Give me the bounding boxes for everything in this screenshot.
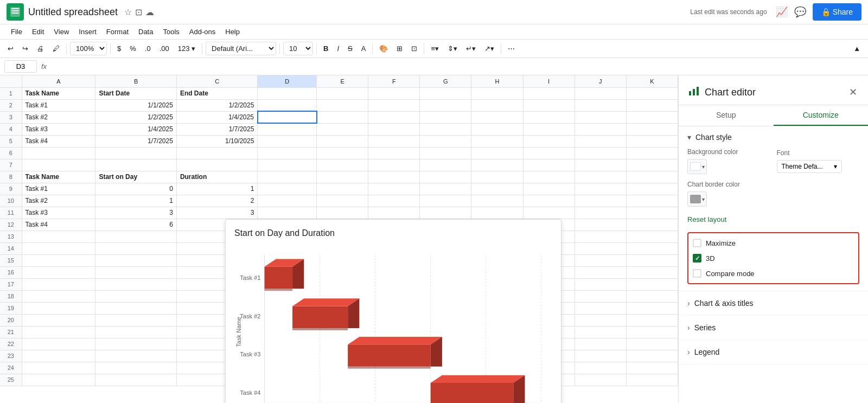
cell-j3[interactable] (575, 111, 626, 123)
cell-i6[interactable] (523, 147, 575, 159)
cell-g2[interactable] (420, 99, 471, 111)
cell-h4[interactable] (471, 123, 523, 135)
cell-b9[interactable]: 0 (95, 183, 176, 195)
menu-insert[interactable]: Insert (74, 25, 101, 38)
cell-h2[interactable] (471, 99, 523, 111)
cell-c5[interactable]: 1/10/2025 (176, 135, 257, 147)
col-header-f[interactable]: F (368, 75, 420, 87)
cell-j6[interactable] (575, 147, 626, 159)
percent-button[interactable]: % (126, 42, 139, 55)
cell-d8[interactable] (258, 171, 317, 183)
valign-button[interactable]: ⇕▾ (444, 42, 461, 55)
cloud-icon[interactable]: ☁ (145, 7, 154, 17)
cell-e1[interactable] (317, 87, 368, 99)
embedded-chart[interactable]: Start on Day and Duration Task #1 Task #… (225, 219, 561, 403)
fill-color-button[interactable]: 🎨 (376, 42, 391, 55)
col-header-k[interactable]: K (626, 75, 678, 87)
cell-a9[interactable]: Task #1 (22, 183, 95, 195)
cell-g6[interactable] (420, 147, 471, 159)
cell-k6[interactable] (626, 147, 678, 159)
cell-a5[interactable]: Task #4 (22, 135, 95, 147)
spreadsheet-area[interactable]: A B C D E F G H I J K 1 Task Name (0, 75, 678, 403)
cell-d7[interactable] (258, 159, 317, 171)
tab-setup[interactable]: Setup (679, 105, 774, 126)
wrap-button[interactable]: ↵▾ (463, 42, 479, 55)
cell-i3[interactable] (523, 111, 575, 123)
cell-b3[interactable]: 1/2/2025 (95, 111, 176, 123)
cell-k9[interactable] (626, 183, 678, 195)
cell-e8[interactable] (317, 171, 368, 183)
cell-i1[interactable] (523, 87, 575, 99)
print-button[interactable]: 🖨 (34, 42, 47, 55)
col-header-e[interactable]: E (317, 75, 368, 87)
col-header-a[interactable]: A (22, 75, 95, 87)
cell-c6[interactable] (176, 147, 257, 159)
cell-j7[interactable] (575, 159, 626, 171)
col-header-h[interactable]: H (471, 75, 523, 87)
cell-g8[interactable] (420, 171, 471, 183)
cell-reference-input[interactable] (4, 60, 37, 73)
decimal-inc-button[interactable]: .00 (156, 42, 173, 55)
chart-icon[interactable]: 📈 (776, 6, 788, 18)
decimal-dec-button[interactable]: .0 (142, 42, 154, 55)
star-icon[interactable]: ☆ (124, 7, 132, 17)
col-header-c[interactable]: C (176, 75, 257, 87)
cell-g7[interactable] (420, 159, 471, 171)
cell-g5[interactable] (420, 135, 471, 147)
legend-section[interactable]: › Legend (679, 340, 868, 364)
cell-j5[interactable] (575, 135, 626, 147)
cell-f4[interactable] (368, 123, 420, 135)
cell-e2[interactable] (317, 99, 368, 111)
col-header-d[interactable]: D (258, 75, 317, 87)
font-select[interactable]: Default (Ari... (206, 42, 276, 55)
col-header-g[interactable]: G (420, 75, 471, 87)
cell-d6[interactable] (258, 147, 317, 159)
cell-e3[interactable] (317, 111, 368, 123)
chart-axis-titles-section[interactable]: › Chart & axis titles (679, 291, 868, 316)
cell-f7[interactable] (368, 159, 420, 171)
cell-a1[interactable]: Task Name (22, 87, 95, 99)
cell-d4[interactable] (258, 123, 317, 135)
comment-icon[interactable]: 💬 (794, 6, 806, 18)
cell-a3[interactable]: Task #2 (22, 111, 95, 123)
cell-k2[interactable] (626, 99, 678, 111)
cell-b4[interactable]: 1/4/2025 (95, 123, 176, 135)
cell-d3[interactable] (258, 111, 317, 123)
menu-format[interactable]: Format (102, 25, 133, 38)
more-formats-button[interactable]: 123 ▾ (175, 42, 199, 55)
bg-color-picker[interactable]: ▾ (687, 159, 707, 174)
menu-addons[interactable]: Add-ons (185, 25, 220, 38)
cell-a4[interactable]: Task #3 (22, 123, 95, 135)
cell-i4[interactable] (523, 123, 575, 135)
cell-d9[interactable] (258, 183, 317, 195)
cell-i7[interactable] (523, 159, 575, 171)
cell-f3[interactable] (368, 111, 420, 123)
cell-f1[interactable] (368, 87, 420, 99)
cell-i8[interactable] (523, 171, 575, 183)
cell-h9[interactable] (471, 183, 523, 195)
cell-c11[interactable]: 3 (176, 207, 257, 219)
cell-c8[interactable]: Duration (176, 171, 257, 183)
cell-h3[interactable] (471, 111, 523, 123)
cell-f9[interactable] (368, 183, 420, 195)
cell-c10[interactable]: 2 (176, 195, 257, 207)
close-editor-button[interactable]: ✕ (847, 84, 859, 100)
cell-a7[interactable] (22, 159, 95, 171)
share-button[interactable]: 🔒 Share (813, 3, 861, 21)
bold-button[interactable]: B (320, 42, 331, 55)
cell-b5[interactable]: 1/7/2025 (95, 135, 176, 147)
align-button[interactable]: ≡▾ (427, 42, 442, 55)
menu-help[interactable]: Help (221, 25, 244, 38)
cell-j4[interactable] (575, 123, 626, 135)
cell-i9[interactable] (523, 183, 575, 195)
redo-button[interactable]: ↪ (19, 42, 31, 55)
cell-b6[interactable] (95, 147, 176, 159)
cell-j1[interactable] (575, 87, 626, 99)
borders-button[interactable]: ⊞ (393, 42, 406, 55)
cell-c7[interactable] (176, 159, 257, 171)
cell-a10[interactable]: Task #2 (22, 195, 95, 207)
cell-i2[interactable] (523, 99, 575, 111)
font-dropdown[interactable]: Theme Defa... ▾ (777, 160, 842, 173)
cell-a11[interactable]: Task #3 (22, 207, 95, 219)
cell-b1[interactable]: Start Date (95, 87, 176, 99)
